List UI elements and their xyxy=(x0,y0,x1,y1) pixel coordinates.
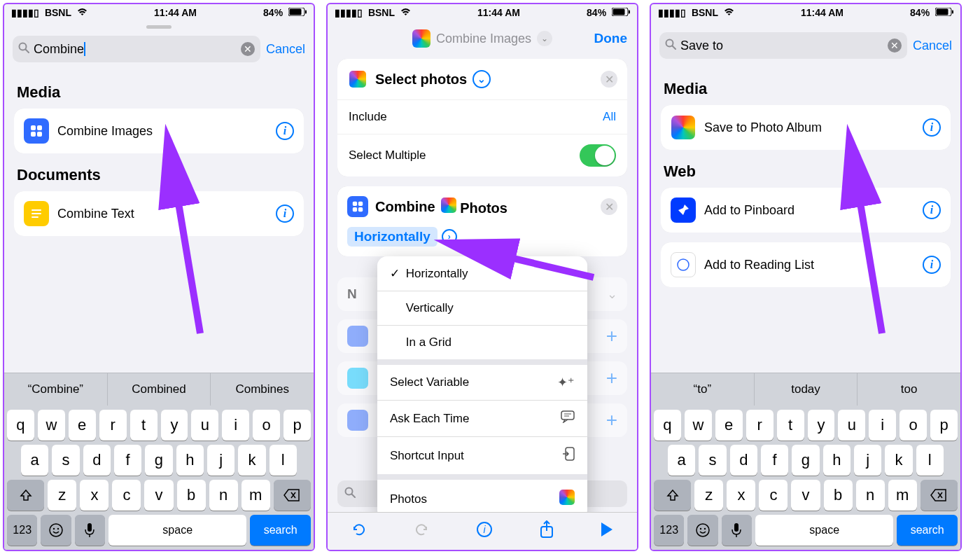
key-123[interactable]: 123 xyxy=(7,515,37,546)
search-field[interactable]: Save to ✕ xyxy=(659,32,907,59)
key-w[interactable]: w xyxy=(685,410,712,441)
key-z[interactable]: z xyxy=(694,480,723,511)
remove-action-icon[interactable]: ✕ xyxy=(601,198,617,215)
popup-ask-each-time[interactable]: Ask Each Time xyxy=(377,401,587,437)
key-g[interactable]: g xyxy=(792,445,819,476)
key-search[interactable]: search xyxy=(897,515,958,546)
suggestion-3[interactable]: Combines xyxy=(211,373,314,406)
key-o[interactable]: o xyxy=(899,410,927,441)
key-h[interactable]: h xyxy=(176,445,204,476)
key-h[interactable]: h xyxy=(823,445,850,476)
play-icon[interactable] xyxy=(600,522,614,541)
clear-icon[interactable]: ✕ xyxy=(888,39,902,53)
key-e[interactable]: e xyxy=(69,410,96,441)
key-j[interactable]: j xyxy=(207,445,234,476)
key-i[interactable]: i xyxy=(222,410,249,441)
action-add-to-reading-list[interactable]: Add to Reading List i xyxy=(661,242,951,287)
remove-action-icon[interactable]: ✕ xyxy=(601,71,617,88)
popup-vertically[interactable]: Vertically xyxy=(377,291,587,326)
done-button[interactable]: Done xyxy=(594,31,628,46)
key-backspace[interactable] xyxy=(920,480,958,511)
keyboard[interactable]: “Combine” Combined Combines q w e r t y … xyxy=(4,373,314,550)
key-mic[interactable] xyxy=(722,515,752,546)
suggestion-2[interactable]: Combined xyxy=(108,373,211,406)
key-l[interactable]: l xyxy=(916,445,944,476)
key-u[interactable]: u xyxy=(838,410,865,441)
popup-horizontally[interactable]: ✓ Horizontally xyxy=(377,256,587,291)
key-r[interactable]: r xyxy=(746,410,774,441)
expand-icon[interactable]: › xyxy=(442,229,457,244)
key-m[interactable]: m xyxy=(241,480,270,511)
photos-input-pill[interactable]: Photos xyxy=(441,198,507,216)
key-y[interactable]: y xyxy=(161,410,188,441)
share-icon[interactable] xyxy=(539,520,554,543)
key-y[interactable]: y xyxy=(808,410,835,441)
key-u[interactable]: u xyxy=(191,410,218,441)
key-q[interactable]: q xyxy=(654,410,681,441)
key-k[interactable]: k xyxy=(885,445,912,476)
suggestion-3[interactable]: too xyxy=(858,373,960,406)
key-i[interactable]: i xyxy=(869,410,896,441)
clear-icon[interactable]: ✕ xyxy=(241,42,255,56)
key-p[interactable]: p xyxy=(930,410,958,441)
key-t[interactable]: t xyxy=(777,410,804,441)
key-r[interactable]: r xyxy=(99,410,127,441)
key-e[interactable]: e xyxy=(715,410,743,441)
key-space[interactable]: space xyxy=(108,515,246,546)
info-icon[interactable]: i xyxy=(276,122,294,140)
suggestion-1[interactable]: “Combine” xyxy=(4,373,108,406)
search-field[interactable]: Combine ✕ xyxy=(13,36,260,62)
suggestion-1[interactable]: “to” xyxy=(651,373,755,406)
key-f[interactable]: f xyxy=(114,445,141,476)
key-x[interactable]: x xyxy=(80,480,108,511)
key-backspace[interactable] xyxy=(274,480,311,511)
key-m[interactable]: m xyxy=(888,480,917,511)
key-l[interactable]: l xyxy=(270,445,297,476)
key-g[interactable]: g xyxy=(145,445,172,476)
key-x[interactable]: x xyxy=(727,480,755,511)
info-icon[interactable]: i xyxy=(923,118,941,137)
popup-shortcut-input[interactable]: Shortcut Input xyxy=(377,437,587,480)
key-b[interactable]: b xyxy=(824,480,853,511)
key-c[interactable]: c xyxy=(112,480,141,511)
key-space[interactable]: space xyxy=(755,515,893,546)
key-q[interactable]: q xyxy=(7,410,34,441)
popup-select-variable[interactable]: Select Variable✦⁺ xyxy=(377,365,587,401)
info-icon[interactable]: i xyxy=(923,201,941,219)
include-row[interactable]: Include All xyxy=(337,99,627,134)
key-p[interactable]: p xyxy=(284,410,311,441)
direction-param[interactable]: Horizontally xyxy=(347,227,438,247)
key-k[interactable]: k xyxy=(238,445,265,476)
key-o[interactable]: o xyxy=(253,410,280,441)
key-mic[interactable] xyxy=(75,515,105,546)
info-icon[interactable]: i xyxy=(923,256,941,274)
key-z[interactable]: z xyxy=(48,480,76,511)
key-123[interactable]: 123 xyxy=(654,515,684,546)
cancel-button[interactable]: Cancel xyxy=(266,42,305,57)
suggestion-2[interactable]: today xyxy=(755,373,858,406)
key-d[interactable]: d xyxy=(730,445,757,476)
key-t[interactable]: t xyxy=(130,410,158,441)
key-c[interactable]: c xyxy=(759,480,788,511)
key-v[interactable]: v xyxy=(791,480,820,511)
collapse-icon[interactable]: ⌄ xyxy=(472,70,491,88)
key-w[interactable]: w xyxy=(38,410,65,441)
key-shift[interactable] xyxy=(7,480,44,511)
key-search[interactable]: search xyxy=(250,515,311,546)
info-icon[interactable]: i xyxy=(276,205,294,223)
action-combine-text[interactable]: Combine Text i xyxy=(14,191,304,236)
key-a[interactable]: a xyxy=(668,445,695,476)
shortcut-title[interactable]: Combine Images ⌄ xyxy=(412,29,552,48)
select-multiple-toggle[interactable] xyxy=(580,144,616,167)
action-add-to-pinboard[interactable]: Add to Pinboard i xyxy=(661,188,951,233)
key-n[interactable]: n xyxy=(209,480,238,511)
keyboard[interactable]: “to” today too q w e r t y u i o p a s d… xyxy=(651,373,960,550)
key-f[interactable]: f xyxy=(761,445,788,476)
key-j[interactable]: j xyxy=(854,445,881,476)
cancel-button[interactable]: Cancel xyxy=(913,39,952,53)
undo-icon[interactable] xyxy=(351,521,368,542)
include-value[interactable]: All xyxy=(603,110,616,124)
action-save-to-photo-album[interactable]: Save to Photo Album i xyxy=(661,105,951,150)
info-icon[interactable]: i xyxy=(476,521,493,542)
key-v[interactable]: v xyxy=(144,480,173,511)
